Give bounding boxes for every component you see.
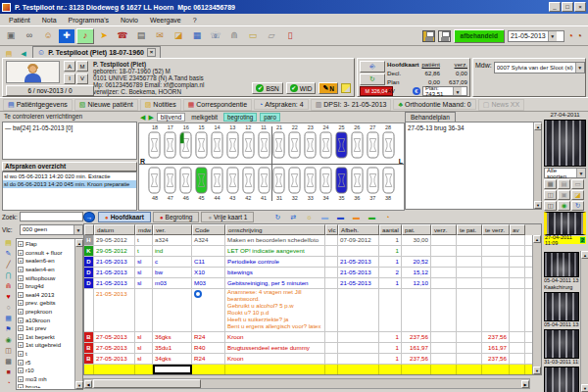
tree-item-seal4-2013[interactable]: +seal4 2013	[18, 291, 74, 300]
heart-icon[interactable]: ♥	[3, 292, 14, 302]
back-icon[interactable]: ◀	[18, 48, 29, 58]
scroll-down-icon[interactable]: ▼	[534, 201, 542, 209]
toolbar-item-orthodontie-maand-0[interactable]: ♣Orthodontie Maand: 0	[393, 99, 475, 110]
chart-tab-blijvend[interactable]: blijvend	[157, 113, 185, 122]
call-icon[interactable]: ☏	[207, 28, 224, 44]
tree-item-1st-beperkt[interactable]: +1st beperkt	[18, 333, 74, 342]
tooth-22[interactable]: 22	[287, 124, 303, 160]
tooth-42[interactable]: 42	[240, 166, 256, 201]
table-row[interactable]: D21-05-2013slbwX10bitewings21-05-2013215…	[84, 268, 532, 278]
column-header-av[interactable]: av	[510, 224, 525, 235]
flag-icon[interactable]: ⚑	[3, 324, 14, 334]
appointment-item[interactable]: sl do 06-06-2013 14:20 045 min. Kroon pr…	[3, 180, 136, 188]
scrollbar-thumb[interactable]	[93, 379, 201, 388]
current-entry-row[interactable]	[84, 365, 532, 374]
tree-item-brug[interactable]: +brug+	[18, 383, 74, 388]
table-row[interactable]: 21-05-2013Anamnese: 4 vragen met Jillbea…	[84, 289, 532, 332]
recipe-button[interactable]: ⎆	[360, 61, 385, 73]
tooth-27[interactable]: 27	[365, 124, 380, 160]
plan-total-select[interactable]: Plan: 743,51 ▼	[422, 86, 467, 96]
euro-recycle-button[interactable]: ↻	[360, 74, 385, 85]
expand-icon[interactable]: +	[18, 360, 24, 366]
scroll-down-icon[interactable]: ▼	[581, 384, 588, 392]
tooth-33[interactable]: 33	[303, 166, 318, 201]
scroll-down-icon[interactable]: ▼	[75, 381, 83, 389]
view-flag-white-icon[interactable]: ▬	[318, 212, 331, 222]
brush-icon[interactable]: ╱	[3, 260, 14, 270]
tooth-23[interactable]: 23	[303, 124, 318, 160]
expand-icon[interactable]: +	[18, 241, 24, 247]
tooth-34[interactable]: 34	[318, 166, 334, 201]
spinner-icon[interactable]: ▼	[576, 169, 585, 177]
view-flag-orange-icon[interactable]: ▬	[349, 212, 363, 222]
scroll-up-icon[interactable]: ▲	[581, 251, 588, 259]
chart-tab-melkgebit[interactable]: melkgebit	[188, 114, 220, 121]
afbehandeld-button[interactable]: afbehandeld	[454, 29, 505, 43]
binoculars-icon[interactable]: ∞	[21, 28, 38, 44]
view-flag-green-icon[interactable]: ▬	[365, 212, 378, 222]
image-filter-select[interactable]: Alle soorten ▼	[544, 168, 586, 178]
tooth-41[interactable]: 41	[256, 166, 271, 201]
column-header-ver[interactable]: ver.	[153, 224, 192, 235]
capture-icon[interactable]: ◉	[558, 201, 570, 211]
clock-icon[interactable]: ◔	[380, 212, 394, 222]
column-header-pat[interactable]: pat.	[402, 224, 431, 235]
column-header-te-verz[interactable]: te verz.	[482, 224, 510, 235]
chart-next-icon[interactable]: ▶	[148, 114, 153, 122]
expand-icon[interactable]: +	[18, 292, 24, 298]
timer-icon[interactable]: ◔	[576, 30, 582, 41]
scroll-up-icon[interactable]: ▲	[75, 239, 83, 247]
menu-pati-nt[interactable]: Patiënt	[4, 16, 35, 24]
tooth-15[interactable]: 15	[194, 124, 210, 160]
patients-icon[interactable]: ☺	[39, 28, 57, 44]
wid-button[interactable]: ✔ WID	[286, 82, 317, 94]
scroll-left-icon[interactable]: ◀	[84, 380, 92, 388]
button-m[interactable]: M	[76, 61, 88, 72]
tooth-45[interactable]: 45	[194, 166, 210, 201]
refresh-icon[interactable]: ↻	[270, 212, 284, 222]
column-header-te-pat[interactable]: te pat.	[457, 224, 482, 235]
xray-thumbnail[interactable]	[544, 367, 579, 392]
view-flag-blue-icon[interactable]: ▬	[333, 212, 347, 222]
tooth-21[interactable]: 21	[271, 124, 287, 160]
tooth-11[interactable]: 11	[256, 124, 271, 160]
table-row[interactable]: K29-05-2012tindLET OP! indicatie aangeve…	[84, 246, 532, 257]
vlc-select[interactable]: 000 geen ▼	[20, 224, 83, 235]
tooth-14[interactable]: 14	[210, 124, 225, 160]
tooth-icon[interactable]: ⋒	[225, 28, 243, 44]
tooth-38[interactable]: 38	[380, 166, 396, 201]
xray-thumbnail[interactable]	[544, 292, 579, 321]
menu-novio[interactable]: Novio	[116, 16, 143, 24]
stamp-icon[interactable]: ■	[3, 368, 14, 377]
tree-item-r10[interactable]: +r10	[18, 367, 74, 375]
expand-icon[interactable]: +	[18, 283, 24, 289]
alarm-icon[interactable]: ♪	[76, 28, 94, 44]
camera-icon[interactable]: ▣	[2, 28, 20, 44]
column-header-code[interactable]: Code	[192, 224, 225, 235]
xray-thumbnail[interactable]	[544, 252, 579, 277]
xray-photo[interactable]	[544, 120, 586, 167]
toolbar-item-dpsi-3-21-05-2013[interactable]: ▥DPSI: 3- 21-05-2013	[311, 99, 392, 111]
menu-programma-s[interactable]: Programma's	[64, 16, 114, 24]
expand-icon[interactable]: +	[18, 309, 24, 315]
tree-item-1st-uitgebreid[interactable]: +1st uitgebreid	[18, 341, 74, 350]
list-icon[interactable]: ▤	[3, 238, 14, 248]
journal-icon[interactable]: ▯	[281, 28, 299, 44]
tooth-16[interactable]: 16	[178, 124, 194, 160]
tab-behandelplan[interactable]: Behandelplan	[405, 112, 456, 122]
tooth-35[interactable]: 35	[334, 166, 350, 201]
table-vertical-scrollbar[interactable]: ▲ ▼	[532, 235, 541, 374]
employee-select[interactable]: 0007 Sylvia van der Sloot (sl) ▼	[494, 62, 585, 74]
column-header-omschrijving[interactable]: omschrijving	[225, 224, 325, 235]
chevron-down-icon[interactable]: ▼	[453, 87, 462, 95]
tooth-31[interactable]: 31	[271, 166, 287, 201]
chart-tab-begroting[interactable]: begroting	[223, 113, 257, 122]
chevron-down-icon[interactable]: ▼	[575, 63, 584, 73]
expand-icon[interactable]: +	[18, 342, 24, 348]
close-tab-icon[interactable]: ×	[147, 48, 156, 57]
chevron-down-icon[interactable]: ▼	[74, 225, 82, 234]
table-row[interactable]: B27-05-2013sl35du1R40Brugtussendeel eers…	[84, 343, 532, 354]
maximize-button[interactable]: □	[562, 2, 573, 12]
tab-hoofdkaart[interactable]: ●Hoofdkaart	[98, 212, 151, 222]
column-header-aantal[interactable]: aantal	[379, 224, 402, 235]
